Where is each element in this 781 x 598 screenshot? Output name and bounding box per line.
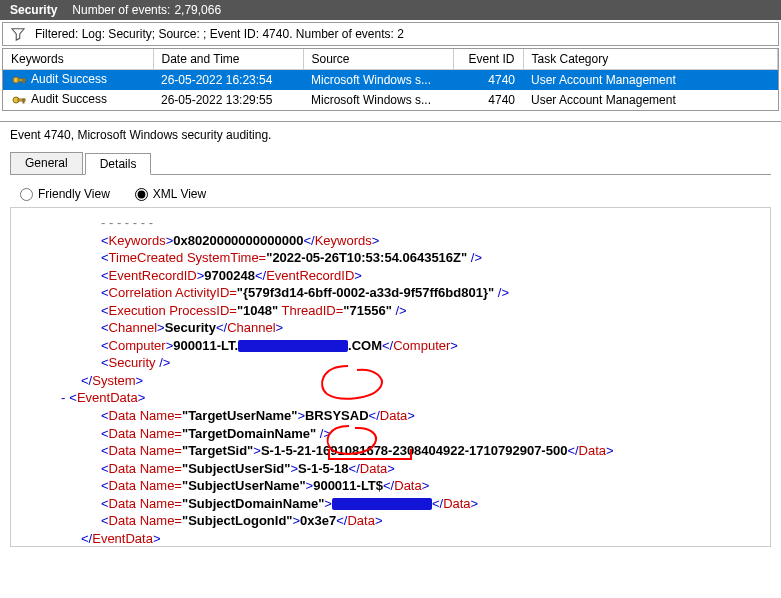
xml-line: <Data Name="SubjectLogonId">0x3e7</Data>: [101, 512, 760, 530]
xml-line: <Keywords>0x8020000000000000</Keywords>: [101, 232, 760, 250]
event-count-label: Number of events:: [72, 3, 170, 17]
event-grid-header[interactable]: Keywords Date and Time Source Event ID T…: [3, 49, 778, 70]
col-keywords[interactable]: Keywords: [3, 49, 153, 70]
xml-line: </EventData>: [81, 530, 760, 547]
table-row[interactable]: Audit Success 26-05-2022 13:29:55 Micros…: [3, 90, 778, 110]
key-icon: [11, 92, 27, 108]
event-grid[interactable]: Keywords Date and Time Source Event ID T…: [2, 48, 779, 111]
xml-line: <Data Name="TargetDomainName" />: [101, 425, 760, 443]
xml-line: <Data Name="TargetSid">S-1-5-21-16910816…: [101, 442, 760, 460]
redacted-icon: [332, 498, 432, 510]
xml-line: <Data Name="SubjectDomainName"></Data>: [101, 495, 760, 513]
xml-line: <EventRecordID>9700248</EventRecordID>: [101, 267, 760, 285]
col-source[interactable]: Source: [303, 49, 453, 70]
cell-source: Microsoft Windows s...: [303, 70, 453, 91]
xml-line: <Channel>Security</Channel>: [101, 319, 760, 337]
xml-line: <Execution ProcessID="1048" ThreadID="71…: [101, 302, 760, 320]
cell-datetime: 26-05-2022 13:29:55: [153, 90, 303, 110]
xml-line: <Data Name="TargetUserName">BRSYSAD</Dat…: [101, 407, 760, 425]
key-icon: [11, 72, 27, 88]
xml-view-panel[interactable]: - - - - - - - <Keywords>0x80200000000000…: [10, 207, 771, 547]
col-eventid[interactable]: Event ID: [453, 49, 523, 70]
table-row[interactable]: Audit Success 26-05-2022 16:23:54 Micros…: [3, 70, 778, 91]
splitter[interactable]: [0, 113, 781, 121]
collapse-toggle-icon[interactable]: -: [61, 390, 65, 405]
event-heading: Event 4740, Microsoft Windows security a…: [10, 128, 771, 142]
tab-details[interactable]: Details: [85, 153, 152, 175]
xml-line: <Computer>900011-LT..COM</Computer>: [101, 337, 760, 355]
titlebar: Security Number of events: 2,79,066: [0, 0, 781, 20]
event-count-value: 2,79,066: [174, 3, 221, 17]
titlebar-title: Security: [10, 3, 57, 17]
cell-datetime: 26-05-2022 16:23:54: [153, 70, 303, 91]
xml-line: -<EventData>: [61, 389, 760, 407]
cell-source: Microsoft Windows s...: [303, 90, 453, 110]
svg-rect-2: [23, 79, 24, 83]
cell-task: User Account Management: [523, 90, 778, 110]
xml-line: <Data Name="SubjectUserName">900011-LT$<…: [101, 477, 760, 495]
xml-line: <Correlation ActivityID="{579f3d14-6bff-…: [101, 284, 760, 302]
xml-line: <TimeCreated SystemTime="2022-05-26T10:5…: [101, 249, 760, 267]
filter-text: Filtered: Log: Security; Source: ; Event…: [35, 27, 404, 41]
friendly-view-radio[interactable]: Friendly View: [20, 187, 110, 201]
cell-keywords: Audit Success: [31, 72, 107, 86]
tab-general[interactable]: General: [10, 152, 83, 174]
cell-eventid: 4740: [453, 90, 523, 110]
redacted-icon: [238, 340, 348, 352]
xml-line: <Security />: [101, 354, 760, 372]
svg-rect-5: [23, 99, 24, 103]
cell-task: User Account Management: [523, 70, 778, 91]
filter-icon: [11, 27, 25, 41]
view-options: Friendly View XML View: [10, 181, 771, 207]
details-panel: Event 4740, Microsoft Windows security a…: [0, 121, 781, 547]
xml-line: <Data Name="SubjectUserSid">S-1-5-18</Da…: [101, 460, 760, 478]
xml-view-radio[interactable]: XML View: [135, 187, 206, 201]
cell-keywords: Audit Success: [31, 92, 107, 106]
xml-line: </System>: [81, 372, 760, 390]
cell-eventid: 4740: [453, 70, 523, 91]
filter-bar: Filtered: Log: Security; Source: ; Event…: [2, 22, 779, 46]
xml-line: - - - - - - -: [101, 214, 760, 232]
col-datetime[interactable]: Date and Time: [153, 49, 303, 70]
tabs: General Details: [10, 152, 771, 175]
col-task[interactable]: Task Category: [523, 49, 778, 70]
